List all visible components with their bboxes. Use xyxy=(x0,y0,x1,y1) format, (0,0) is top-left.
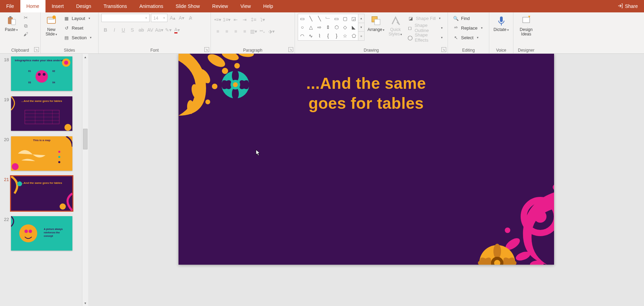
scroll-down-button[interactable]: ▾ xyxy=(82,300,88,306)
shape-curve[interactable]: ∿ xyxy=(307,32,315,40)
increase-indent-icon[interactable]: ⇥ xyxy=(241,16,249,23)
paragraph-dialog-launcher[interactable]: ↘ xyxy=(288,47,293,52)
design-ideas-button[interactable]: Design Ideas xyxy=(518,14,534,38)
tab-home[interactable]: Home xyxy=(20,0,45,12)
layout-button[interactable]: ▦Layout xyxy=(61,14,94,23)
columns-icon[interactable]: ▥▾ xyxy=(249,28,258,35)
bold-icon[interactable]: B xyxy=(101,26,110,34)
font-color-icon[interactable]: A▾ xyxy=(173,26,181,34)
find-button[interactable]: 🔍Find xyxy=(451,14,486,23)
shape-rect[interactable]: ▭ xyxy=(332,14,341,23)
justify-icon[interactable]: ≡ xyxy=(241,28,249,35)
clear-formatting-icon[interactable]: A̷ xyxy=(187,14,194,22)
scroll-thumb[interactable] xyxy=(83,129,88,149)
shape-arrow-r[interactable]: ⇨ xyxy=(315,23,324,31)
shape-snip[interactable]: ◲ xyxy=(349,14,358,23)
line-spacing-icon[interactable]: ‡≡ xyxy=(249,16,258,23)
section-button[interactable]: ▤Section xyxy=(61,33,94,42)
new-slide-button[interactable]: New Slide xyxy=(43,14,59,38)
shape-star[interactable]: ☆ xyxy=(341,32,349,40)
current-slide[interactable]: ...And the same goes for tables xyxy=(178,54,554,265)
change-case-icon[interactable]: Aa▾ xyxy=(155,26,163,34)
shape-fill-button[interactable]: ◪Shape Fill xyxy=(406,14,445,23)
thumbnail-21[interactable]: ...And the same goes for tables xyxy=(11,176,72,211)
copy-icon[interactable]: ⧉ xyxy=(22,22,30,30)
drawing-dialog-launcher[interactable]: ↘ xyxy=(441,47,446,52)
tab-transitions[interactable]: Transitions xyxy=(98,0,133,12)
shape-freeform[interactable]: ⌇ xyxy=(315,32,324,40)
shape-arc[interactable]: ◠ xyxy=(298,32,307,40)
numbering-icon[interactable]: 1≡▾ xyxy=(223,16,231,23)
align-left-icon[interactable]: ≡ xyxy=(214,28,222,35)
tab-view[interactable]: View xyxy=(234,0,257,12)
shape-triangle[interactable]: △ xyxy=(307,23,315,31)
highlight-icon[interactable]: ✎▾ xyxy=(164,26,172,34)
font-size-combo[interactable]: 14▾ xyxy=(151,14,167,22)
shape-textbox[interactable]: ▭ xyxy=(298,14,307,23)
shape-connector[interactable]: ﹂ xyxy=(324,14,333,23)
tab-review[interactable]: Review xyxy=(206,0,234,12)
align-right-icon[interactable]: ≡ xyxy=(232,28,240,35)
char-spacing-icon[interactable]: AV xyxy=(146,26,154,34)
reset-button[interactable]: ↺Reset xyxy=(61,23,94,32)
tab-file[interactable]: File xyxy=(0,0,20,12)
paste-button[interactable]: Paste xyxy=(3,14,20,33)
group-font: ▾ 14▾ A▴ A▾ A̷ B I U S ab AV Aa▾ ✎▾ A▾ F… xyxy=(99,12,211,53)
font-dialog-launcher[interactable]: ↘ xyxy=(204,47,209,52)
grow-font-icon[interactable]: A▴ xyxy=(169,14,176,22)
bullets-icon[interactable]: •≡▾ xyxy=(214,16,222,23)
decrease-indent-icon[interactable]: ⇤ xyxy=(232,16,240,23)
font-name-combo[interactable]: ▾ xyxy=(101,14,150,22)
format-painter-icon[interactable]: 🖌 xyxy=(22,30,30,38)
shape-hex[interactable]: ⬡ xyxy=(332,23,341,31)
select-button[interactable]: ↖Select xyxy=(451,33,486,42)
shape-roundrect[interactable]: ▢ xyxy=(341,14,349,23)
smartart-icon[interactable]: ⬗▾ xyxy=(267,28,276,35)
underline-icon[interactable]: U xyxy=(119,26,127,34)
replace-button[interactable]: ᵃᵇReplace xyxy=(451,23,486,32)
thumbnail-19[interactable]: ...And the same goes for tables xyxy=(11,96,72,131)
shape-chevron[interactable]: ◣ xyxy=(349,23,358,31)
shape-callout[interactable]: ⬠ xyxy=(349,32,358,40)
shapes-scroll-down[interactable]: ▾ xyxy=(358,23,364,32)
share-button[interactable]: Share xyxy=(611,0,644,12)
slide-canvas-area[interactable]: ...And the same goes for tables xyxy=(88,54,644,306)
dictate-button[interactable]: Dictate xyxy=(492,14,510,33)
shape-diamond[interactable]: ◇ xyxy=(341,23,349,31)
tab-help[interactable]: Help xyxy=(257,0,279,12)
clipboard-dialog-launcher[interactable]: ↘ xyxy=(34,47,39,52)
align-center-icon[interactable]: ≡ xyxy=(223,28,231,35)
shape-line[interactable]: ╲ xyxy=(307,14,315,23)
tab-insert[interactable]: Insert xyxy=(45,0,70,12)
shape-line2[interactable]: ╲ xyxy=(315,14,324,23)
tab-design[interactable]: Design xyxy=(70,0,98,12)
strikethrough-icon[interactable]: ab xyxy=(137,26,145,34)
tab-slideshow[interactable]: Slide Show xyxy=(170,0,206,12)
text-direction-icon[interactable]: ⤵▾ xyxy=(258,16,267,23)
shapes-scroll-up[interactable]: ▴ xyxy=(358,14,364,23)
cut-icon[interactable]: ✂ xyxy=(22,14,30,21)
shape-brace-l[interactable]: { xyxy=(324,32,333,40)
shape-effects-button[interactable]: ◯Shape Effects xyxy=(406,33,445,42)
arrange-label: Arrange xyxy=(367,28,385,32)
shape-arrow-ud[interactable]: ⇕ xyxy=(324,23,333,31)
shape-outline-button[interactable]: ◻Shape Outline xyxy=(406,23,445,32)
shadow-icon[interactable]: S xyxy=(128,26,136,34)
arrange-button[interactable]: Arrange xyxy=(367,14,386,33)
align-text-icon[interactable]: ⎶▾ xyxy=(258,28,267,35)
shapes-gallery-expand[interactable]: ≡ xyxy=(358,32,364,40)
shape-oval[interactable]: ○ xyxy=(298,23,307,31)
shapes-gallery[interactable]: ▭ ╲ ╲ ﹂ ▭ ▢ ◲ ○ △ ⇨ ⇕ ⬡ ◇ ◣ ◠ ∿ ⌇ xyxy=(298,14,358,41)
scroll-up-button[interactable]: ▴ xyxy=(82,54,88,60)
shrink-font-icon[interactable]: A▾ xyxy=(178,14,185,22)
shape-brace-r[interactable]: } xyxy=(332,32,341,40)
tab-animations[interactable]: Animations xyxy=(133,0,169,12)
thumbnail-18[interactable]: Infographics make your idea understable … xyxy=(11,56,72,91)
scroll-track[interactable] xyxy=(82,60,88,300)
italic-icon[interactable]: I xyxy=(110,26,119,34)
thumbnail-number: 22 xyxy=(1,216,9,222)
thumbnail-22[interactable]: A picture always reinforces the concept xyxy=(11,216,72,251)
thumbnail-20[interactable]: This is a map xyxy=(11,136,72,171)
quick-styles-button[interactable]: Quick Styles xyxy=(388,14,403,38)
slide-title[interactable]: ...And the same goes for tables xyxy=(178,74,554,113)
